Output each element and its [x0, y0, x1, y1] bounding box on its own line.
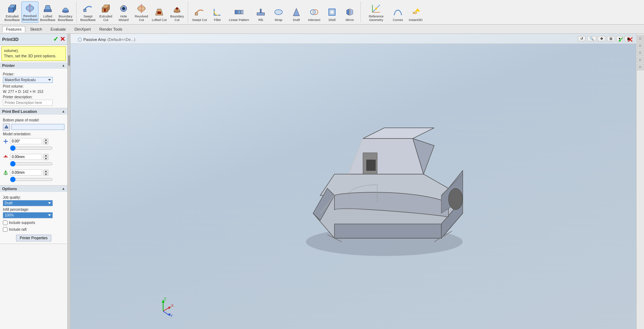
include-supports-checkbox[interactable]: [3, 220, 7, 225]
extruded-cut-button[interactable]: Extruded Cut: [97, 2, 114, 23]
model-base-front: [334, 224, 441, 238]
wrap-button[interactable]: Wrap: [270, 6, 287, 23]
view-zoom-button[interactable]: 🔍: [587, 36, 596, 41]
infill-select[interactable]: 100% 75% 50% 25%: [3, 212, 53, 218]
printer-section-header[interactable]: Printer ▲: [0, 62, 67, 69]
lofted-cut-label: Lofted Cut: [152, 19, 167, 22]
confirm-check-button[interactable]: ✓: [618, 35, 624, 45]
warning-box: volume).Then, set the 3D print options.: [1, 46, 66, 61]
instant3d-button[interactable]: 3D Instant3D: [407, 6, 424, 23]
extruded-boss-button[interactable]: Extruded Boss/Base: [4, 2, 21, 23]
tab-dimxpert[interactable]: DimXpert: [71, 26, 95, 32]
boundary-cut-button[interactable]: Boundary Cut: [168, 2, 186, 23]
printer-desc-input[interactable]: [3, 100, 53, 106]
boss-base-group: Extruded Boss/Base Revolved Boss/Base Lo…: [1, 1, 77, 23]
job-quality-select[interactable]: Draft Standard High: [3, 200, 53, 206]
linear-pattern-icon: [233, 6, 245, 18]
tab-sketch[interactable]: Sketch: [26, 26, 46, 32]
boundary-boss-button[interactable]: Boundary Boss/Base: [57, 2, 74, 23]
tab-evaluate[interactable]: Evaluate: [47, 26, 70, 32]
view-zoom-fit-button[interactable]: ⊞: [607, 36, 615, 41]
z-position-up[interactable]: ▲: [43, 169, 48, 173]
ok-button[interactable]: ✓: [53, 35, 58, 43]
mini-button-1[interactable]: □: [637, 35, 644, 42]
curves-button[interactable]: Curves: [389, 6, 406, 23]
confirm-area: ✓ ✕: [618, 35, 633, 45]
extruded-cut-label: Extruded Cut: [98, 15, 114, 22]
z-position-down[interactable]: ▼: [43, 173, 48, 176]
viewport: ⬡ Passive Amp (Default<<De...) ↺ 🔍 ✥ ⊞ ▾…: [71, 34, 644, 329]
left-panel-scrollbar[interactable]: [68, 34, 71, 329]
draft-button[interactable]: Draft: [288, 6, 305, 23]
z-position-slider[interactable]: [10, 177, 53, 182]
reference-group: Reference Geometry Curves 3D Instant3D: [362, 1, 426, 23]
hole-wizard-button[interactable]: Hole Wizard: [115, 2, 132, 23]
shell-button[interactable]: Shell: [323, 6, 341, 23]
view-pan-button[interactable]: ✥: [598, 36, 606, 41]
swept-cut-label: Swept Cut: [192, 19, 207, 22]
mini-button-5[interactable]: □: [637, 64, 644, 70]
mirror-button[interactable]: Mirror: [341, 6, 358, 23]
draft-icon: [291, 6, 302, 18]
tab-render-tools[interactable]: Render Tools: [95, 26, 126, 32]
include-supports-label[interactable]: Include supports: [9, 221, 35, 225]
x-rotation-up[interactable]: ▲: [43, 138, 48, 141]
revolved-cut-button[interactable]: Revolved Cut: [133, 2, 150, 23]
y-position-slider-row: [10, 161, 64, 167]
y-position-slider[interactable]: [10, 161, 53, 167]
x-rotation-icon: [3, 139, 9, 144]
x-rotation-down[interactable]: ▼: [43, 141, 48, 145]
x-rotation-input[interactable]: [10, 138, 42, 144]
fillet-button[interactable]: Fillet: [209, 6, 226, 23]
swept-cut-button[interactable]: Swept Cut: [191, 6, 208, 23]
y-position-input[interactable]: [10, 154, 42, 160]
intersect-button[interactable]: Intersect: [306, 6, 323, 23]
revolved-boss-label: Revolved Boss/Base: [22, 15, 37, 22]
print-bed-header[interactable]: Print Bed Location ▲: [0, 108, 67, 115]
options-section-content: Job quality: Draft Standard High Infill …: [0, 192, 67, 244]
y-position-icon: [3, 154, 9, 160]
swept-boss-button[interactable]: Swept Boss/Base: [79, 2, 97, 23]
printer-select[interactable]: MakerBot Replicatu MakerBot Replicator 2…: [3, 77, 53, 83]
svg-point-7: [62, 11, 69, 12]
warning-text: volume).Then, set the 3D print options.: [4, 48, 56, 58]
tab-features[interactable]: Features: [2, 26, 25, 32]
rib-button[interactable]: Rib: [252, 6, 269, 23]
svg-point-21: [176, 7, 178, 10]
boundary-cut-label: Boundary Cut: [169, 15, 185, 22]
confirm-x-button[interactable]: ✕: [627, 35, 633, 45]
intersect-icon: [308, 6, 320, 18]
svg-rect-12: [104, 9, 106, 12]
cancel-button[interactable]: ✕: [60, 35, 65, 43]
y-position-up[interactable]: ▲: [43, 154, 48, 157]
printer-properties-button[interactable]: Printer Properties: [16, 235, 52, 241]
options-section-header[interactable]: Options ▲: [0, 186, 67, 192]
printer-desc-label: Printer description:: [3, 95, 64, 99]
mini-button-2[interactable]: □: [637, 42, 644, 49]
plane-icon-button[interactable]: [3, 124, 10, 131]
reference-geometry-icon: [370, 3, 382, 14]
x-rotation-slider[interactable]: [10, 145, 53, 151]
mirror-icon: [344, 6, 355, 18]
include-raft-checkbox[interactable]: [3, 227, 7, 232]
lofted-cut-button[interactable]: Lofted Cut: [151, 6, 168, 23]
toolbar: Extruded Boss/Base Revolved Boss/Base Lo…: [0, 0, 644, 25]
z-position-input[interactable]: [10, 169, 42, 176]
cut-group: Swept Boss/Base Extruded Cut Hole Wizard…: [77, 1, 188, 23]
lofted-boss-button[interactable]: Lofted Boss/Base: [39, 2, 56, 23]
mini-button-4[interactable]: □: [637, 57, 644, 63]
linear-pattern-button[interactable]: Linear Pattern: [227, 6, 251, 23]
reference-geometry-button[interactable]: Reference Geometry: [364, 2, 389, 23]
plane-input[interactable]: [11, 124, 64, 130]
view-rotate-button[interactable]: ↺: [578, 36, 586, 41]
mirror-label: Mirror: [346, 19, 354, 22]
mini-button-3[interactable]: □: [637, 49, 644, 56]
viewport-model-subtitle: (Default<<De...): [108, 37, 135, 42]
revolved-boss-button[interactable]: Revolved Boss/Base: [21, 1, 38, 23]
boundary-boss-icon: [60, 3, 71, 14]
y-position-down[interactable]: ▼: [43, 157, 48, 160]
print-volume-label: Print volume:: [3, 84, 64, 88]
left-panel: Print3D ✓ ✕ volume).Then, set the 3D pri…: [0, 34, 68, 329]
include-raft-label[interactable]: Include raft: [9, 228, 26, 231]
lofted-boss-label: Lofted Boss/Base: [40, 15, 56, 22]
